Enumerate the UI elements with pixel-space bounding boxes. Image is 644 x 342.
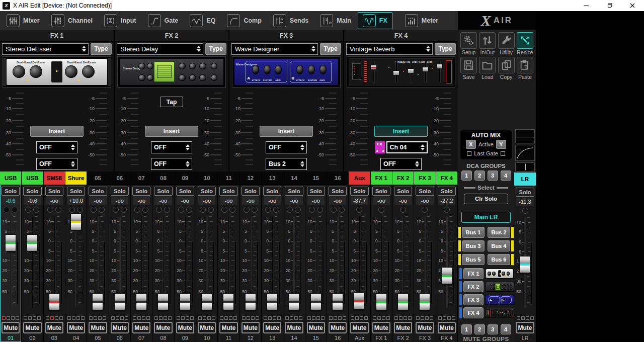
solo-button[interactable]: Solo — [67, 187, 85, 196]
channel-label[interactable]: 15 — [305, 172, 327, 185]
fx4-insert-button[interactable]: Insert — [374, 126, 428, 137]
dca-group-2-button[interactable]: 2 — [474, 170, 485, 181]
solo-button[interactable]: Solo — [198, 187, 216, 196]
strip-fx3[interactable]: FX 3Solo-oo1050510203050MuteFX 3 — [414, 172, 436, 342]
spinner-arrows-icon[interactable] — [426, 46, 430, 52]
mute-button[interactable]: Mute — [154, 322, 172, 333]
pan-knob[interactable] — [164, 207, 170, 213]
channel-label[interactable]: FX 2 — [392, 172, 414, 185]
pan-knob[interactable] — [33, 207, 39, 213]
strip-11[interactable]: 11Solo-oo1050510203050Mute11 — [218, 172, 239, 342]
mute-button[interactable]: Mute — [416, 322, 434, 333]
fader-cap[interactable] — [376, 293, 387, 310]
tab-sends[interactable]: Sends — [268, 12, 314, 29]
mute-button[interactable]: Mute — [516, 322, 534, 333]
strip-15[interactable]: 15Solo-oo1050510203050Mute15 — [305, 172, 327, 342]
solo-button[interactable]: Solo — [416, 187, 434, 196]
fader-cap[interactable] — [223, 293, 234, 310]
solo-button[interactable]: Solo — [45, 187, 63, 196]
strip-08[interactable]: 08Solo-oo1050510203050Mute08 — [152, 172, 174, 342]
fx4-type-button[interactable]: Type — [435, 43, 456, 55]
mute-group-2-button[interactable]: 2 — [474, 324, 485, 334]
bus-2-button[interactable]: Bus 2 — [488, 227, 510, 238]
channel-label[interactable]: Shure — [65, 172, 87, 185]
solo-button[interactable]: Solo — [242, 187, 260, 196]
channel-label[interactable]: 09 — [175, 172, 196, 185]
fader[interactable]: 1050510203050 — [196, 215, 217, 315]
fader[interactable]: 1050510203050 — [436, 215, 457, 315]
pan-knob[interactable] — [69, 207, 75, 213]
pan-knob[interactable] — [77, 207, 83, 213]
pan-knob[interactable] — [331, 207, 337, 213]
pan-knob[interactable] — [121, 207, 127, 213]
strip-01[interactable]: USBSolo-0.61050510203050Mute01 — [0, 172, 22, 342]
paste-icon[interactable] — [517, 57, 533, 73]
fx1-type-button[interactable]: Type — [91, 43, 112, 55]
solo-button[interactable]: Solo — [516, 188, 534, 197]
pan-knob[interactable] — [400, 207, 406, 213]
copy-icon[interactable] — [498, 57, 515, 73]
fader[interactable]: 1050510203050 — [514, 216, 536, 315]
tool-paste[interactable]: Paste — [516, 57, 534, 80]
fader[interactable]: 1050510203050 — [218, 215, 239, 315]
fader-cap[interactable] — [92, 293, 103, 310]
fx3-device-image[interactable]: Wave DesignerAATTACKSUSTAINGAINBATTACKSU… — [232, 56, 341, 88]
fader[interactable]: 1050510203050 — [371, 215, 392, 315]
solo-button[interactable]: Solo — [263, 187, 281, 196]
fader[interactable]: 1050510203050 — [283, 215, 304, 315]
tab-meter[interactable]: Meter — [400, 12, 443, 29]
pan-knob[interactable] — [229, 207, 235, 213]
strip-07[interactable]: 07Solo-oo1050510203050Mute07 — [131, 172, 152, 342]
strip-12[interactable]: 12Solo-oo1050510203050Mute12 — [240, 172, 262, 342]
pan-knob[interactable] — [317, 207, 323, 213]
tab-fx[interactable]: FX — [358, 12, 392, 29]
fx2-insert-source-select[interactable]: OFF — [151, 141, 192, 153]
fader-cap[interactable] — [310, 293, 321, 310]
fader[interactable]: 1050510203050 — [152, 215, 174, 315]
pan-knob[interactable] — [208, 207, 214, 213]
fx2-tap-button[interactable]: Tap — [160, 97, 183, 107]
fader-cap[interactable] — [288, 293, 299, 310]
bus-6-button[interactable]: Bus 6 — [488, 254, 510, 265]
solo-button[interactable]: Solo — [285, 187, 303, 196]
fx-4-thumbnail[interactable]: Vintage Reverb / Hallgerät — [485, 308, 514, 318]
pan-knob[interactable] — [339, 207, 345, 213]
fader-cap[interactable] — [419, 293, 430, 310]
pan-knob[interactable] — [444, 207, 450, 213]
fader[interactable]: 1050510203050 — [414, 215, 435, 315]
strip-02[interactable]: USBSolo-0.61050510203050Mute02 — [22, 172, 43, 342]
strip-14[interactable]: 14Solo-oo1050510203050Mute14 — [283, 172, 305, 342]
spinner-arrows-icon[interactable] — [71, 161, 75, 167]
fader[interactable]: 1050510203050 — [327, 215, 348, 315]
fx3-insert-dest-select[interactable]: Bus 2 — [266, 158, 307, 170]
fader[interactable]: 1050510203050 — [65, 215, 87, 315]
bus-3-button[interactable]: Bus 3 — [462, 240, 485, 251]
solo-button[interactable]: Solo — [219, 187, 237, 196]
tab-input[interactable]: INInput — [99, 12, 141, 29]
tool-resize[interactable]: Resize — [516, 32, 534, 55]
solo-button[interactable]: Solo — [329, 187, 347, 196]
gate-mini-display[interactable] — [515, 129, 535, 143]
spinner-arrows-icon[interactable] — [71, 144, 75, 150]
channel-label[interactable]: LR — [514, 173, 536, 186]
mute-button[interactable]: Mute — [45, 322, 63, 333]
channel-label[interactable]: 12 — [240, 172, 261, 185]
strip-fx2[interactable]: FX 2Solo-oo1050510203050MuteFX 2 — [392, 172, 414, 342]
fx4-device-image[interactable]: Vintage Reverb / Hallgerät — [347, 56, 455, 88]
pan-knob[interactable] — [142, 207, 148, 213]
fx3-type-select[interactable]: Wave Designer — [231, 43, 318, 55]
fader-cap[interactable] — [441, 267, 452, 284]
channel-label[interactable]: 16 — [327, 172, 348, 185]
folder-icon[interactable] — [479, 57, 496, 73]
strip-09[interactable]: 09Solo-oo1050510203050Mute09 — [175, 172, 196, 342]
mute-group-1-button[interactable]: 1 — [461, 324, 472, 334]
dca-group-1-button[interactable]: 1 — [461, 170, 472, 181]
strip-fx1[interactable]: FX 1Solo-oo1050510203050MuteFX 1 — [371, 172, 392, 342]
inout-arrows-icon[interactable] — [479, 32, 496, 49]
dca-group-3-button[interactable]: 3 — [488, 170, 498, 181]
fx1-insert-dest-select[interactable]: OFF — [36, 158, 77, 170]
solo-button[interactable]: Solo — [89, 187, 107, 196]
fx4-type-select[interactable]: Vintage Reverb — [346, 43, 433, 55]
fader-cap[interactable] — [27, 234, 38, 251]
pan-knob[interactable] — [273, 207, 279, 213]
